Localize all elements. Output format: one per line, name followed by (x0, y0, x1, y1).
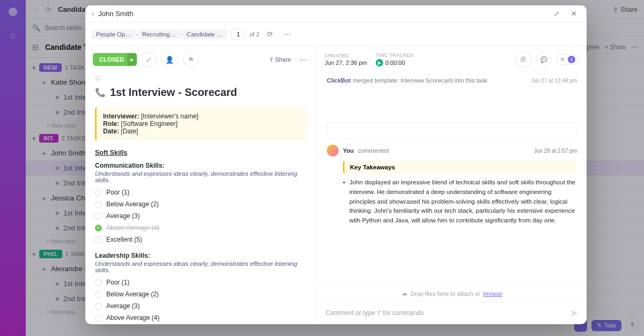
rating-option[interactable]: Above Average (4) (95, 224, 307, 232)
task-id-icon: ⊙ (95, 74, 307, 82)
soft-skills-heading: Soft Skills (95, 149, 307, 156)
task-modal: ‹ John Smith ⤢ ✕ People Op…›Recruiting…›… (85, 5, 587, 324)
rating-option[interactable]: Average (3) (95, 302, 307, 310)
complete-check-button[interactable]: ✓ (142, 53, 156, 66)
rating-option[interactable]: Below Average (2) (95, 290, 307, 298)
share-button[interactable]: ⇪ Share (269, 56, 291, 63)
browse-link[interactable]: browse (484, 290, 502, 297)
modal-candidate-name: John Smith (98, 10, 133, 18)
interview-info-block: Interviewer: [Interviewer's name] Role: … (95, 107, 307, 140)
activity-row: ClickBot merged template: Interview Scor… (327, 75, 577, 86)
skill-heading: Communication Skills: (95, 162, 307, 169)
task-title[interactable]: 1st Interview - Scorecard (110, 86, 237, 99)
status-next-button[interactable]: ▸ (127, 53, 137, 66)
rating-option[interactable]: Poor (1) (95, 189, 307, 196)
page-of-label: of 2 (250, 31, 259, 38)
watchers-button[interactable]: 👁1 (556, 54, 579, 65)
assignee-add-icon[interactable]: 👤 (162, 51, 178, 68)
close-icon[interactable]: ✕ (567, 8, 580, 20)
phone-icon: 📞 (95, 87, 106, 98)
status-button[interactable]: CLOSED (93, 53, 130, 66)
breadcrumb[interactable]: People Op… (92, 29, 136, 39)
breadcrumb[interactable]: Recruiting… (138, 29, 180, 39)
rating-option[interactable]: Below Average (2) (95, 200, 307, 208)
rating-option[interactable]: Average (3) (95, 212, 307, 220)
rating-option[interactable]: Above Average (4) (95, 314, 307, 322)
send-icon[interactable]: ➤ (570, 307, 578, 319)
attachment-icon[interactable]: 🗐 (515, 51, 531, 68)
avatar (327, 145, 339, 156)
drop-files-row[interactable]: ☁ Drop files here to attach or browse (317, 285, 587, 301)
skill-heading: Leadership Skills: (95, 252, 307, 259)
page-input[interactable] (231, 29, 245, 40)
time-tracked-meta[interactable]: TIME TRACKED ▶0:00:00 (376, 53, 414, 66)
rating-option[interactable]: Poor (1) (95, 279, 307, 286)
breadcrumb[interactable]: Candidate … (182, 29, 227, 39)
priority-icon[interactable]: ⚑ (183, 51, 199, 68)
comment-block: You commented Jun 28 at 2:57 pm Key Take… (327, 145, 577, 226)
empty-comment-row[interactable] (327, 123, 577, 139)
chat-icon[interactable]: 💬 (536, 51, 552, 68)
modal-back-icon[interactable]: ‹ (92, 10, 94, 18)
comment-body: John displayed an impressive blend of te… (327, 178, 577, 226)
more-icon[interactable]: ⋯ (281, 28, 294, 41)
more-icon[interactable]: ⋯ (296, 53, 309, 66)
refresh-icon[interactable]: ⟳ (264, 28, 276, 41)
rating-option[interactable]: Excellent (5) (95, 236, 307, 243)
collapse-icon[interactable]: ⤢ (550, 8, 563, 20)
key-takeaways-heading: Key Takeaways (343, 161, 577, 174)
comment-input[interactable]: Comment or type '/' for commands (326, 309, 424, 317)
created-meta: CREATED Jun 27, 2:36 pm (325, 53, 367, 66)
